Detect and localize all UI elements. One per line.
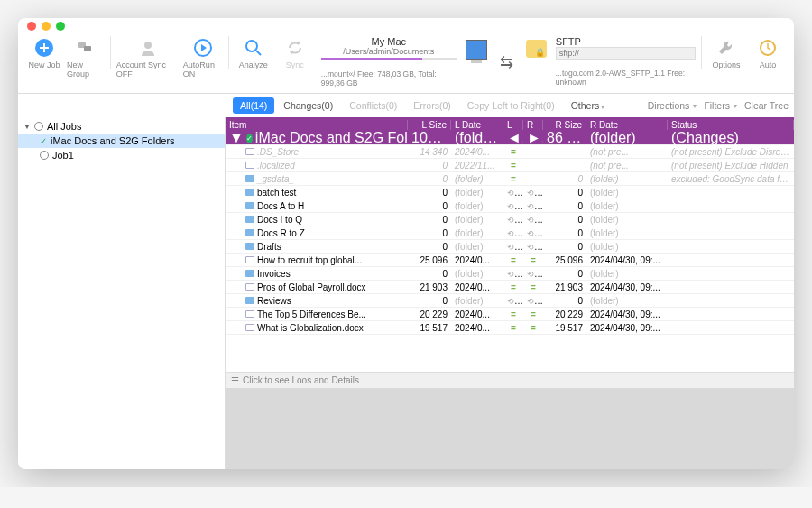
row-ldate: (folder) xyxy=(451,201,503,211)
row-l-state: = xyxy=(503,174,523,184)
zoom-icon[interactable] xyxy=(56,22,65,31)
grid-row[interactable]: .DS_Store 14 340 2024/0... = (not pre...… xyxy=(226,145,794,159)
directions-menu[interactable]: Directions xyxy=(648,100,697,111)
grid-row[interactable]: The Top 5 Differences Be... 20 229 2024/… xyxy=(226,308,794,321)
new-group-button[interactable]: New Group xyxy=(67,36,105,79)
row-name: Pros of Global Payroll.docx xyxy=(257,282,366,292)
row-status: (not present) Exclude Disregarded xyxy=(668,147,794,157)
parent-status: (Changes) xyxy=(668,130,794,146)
minimize-icon[interactable] xyxy=(42,22,51,31)
row-rdate: 2024/04/30, 09:... xyxy=(586,323,668,333)
grid-row[interactable]: Docs A to H 0 (folder) ⟲○⟳ ⟲○⟳ 0 (folder… xyxy=(226,199,794,213)
row-rdate: (folder) xyxy=(586,242,668,252)
grid-row[interactable]: What is Globalization.docx 19 517 2024/0… xyxy=(226,321,794,335)
new-job-button[interactable]: New Job xyxy=(25,36,63,69)
row-ldate: 2024/0... xyxy=(451,309,503,319)
row-ldate: (folder) xyxy=(451,269,503,279)
grid-parent-row[interactable]: ▼ ✓ iMac Docs and S2G Folders 101 085 (f… xyxy=(226,132,794,145)
status-icon xyxy=(34,122,43,131)
folder-icon xyxy=(245,297,254,304)
analyze-label: Analyze xyxy=(239,60,268,69)
col-rdate[interactable]: R Date xyxy=(586,120,668,130)
grid-body[interactable]: .DS_Store 14 340 2024/0... = (not pre...… xyxy=(226,145,794,372)
sidebar-job-item[interactable]: ✓iMac Docs and S2G Folders xyxy=(18,134,225,148)
document-icon xyxy=(245,324,254,331)
sync-button[interactable]: Sync xyxy=(276,36,314,69)
clear-tree-button[interactable]: Clear Tree xyxy=(744,100,789,111)
filter-errors[interactable]: Errors(0) xyxy=(406,97,457,114)
row-l-state: = xyxy=(503,255,523,265)
autorun-button[interactable]: AutoRun ON xyxy=(183,36,223,79)
col-r[interactable]: R xyxy=(523,120,543,130)
folder-icon xyxy=(245,189,254,196)
filter-others[interactable]: Others xyxy=(564,97,613,114)
grid-row[interactable]: Reviews 0 (folder) ⟲○⟳ ⟲○⟳ 0 (folder) xyxy=(226,294,794,308)
analyze-button[interactable]: Analyze xyxy=(235,36,272,69)
row-rsize: 20 229 xyxy=(543,309,586,319)
row-name: Docs I to Q xyxy=(257,215,302,225)
row-lsize: 0 xyxy=(408,269,451,279)
right-location[interactable]: SFTP sftp:// ...togo.com 2.0-AWS_SFTP_1.… xyxy=(556,36,696,87)
grid-row[interactable]: Drafts 0 (folder) ⟲○⟳ ⟲○⟳ 0 (folder) xyxy=(226,240,794,254)
row-ldate: 2024/0... xyxy=(451,147,503,157)
filter-copy-lr[interactable]: Copy Left to Right(0) xyxy=(460,97,562,114)
col-l[interactable]: L xyxy=(503,120,523,130)
right-arrow-icon[interactable]: ► xyxy=(523,130,543,146)
job-label: iMac Docs and S2G Folders xyxy=(51,135,175,146)
status-icon xyxy=(40,151,49,160)
folder-icon xyxy=(245,216,254,223)
filter-bar: All(14) Changes(0) Conflicts(0) Errors(0… xyxy=(227,94,794,117)
row-status: excluded: GoodSync data folder xyxy=(668,174,794,184)
row-lsize: 25 096 xyxy=(408,255,451,265)
row-name: Docs R to Z xyxy=(257,228,305,238)
row-ldate: (folder) xyxy=(451,188,503,198)
grid-row[interactable]: Pros of Global Payroll.docx 21 903 2024/… xyxy=(226,281,794,294)
disclosure-icon[interactable]: ▼ xyxy=(229,130,244,146)
left-location[interactable]: My Mac /Users/admin/Documents ...mount«/… xyxy=(321,36,457,88)
disclosure-icon[interactable]: ▼ xyxy=(23,123,31,131)
left-location-title: My Mac xyxy=(321,36,457,47)
filters-menu[interactable]: Filters xyxy=(704,100,737,111)
row-name: Reviews xyxy=(257,296,291,306)
filter-all[interactable]: All(14) xyxy=(233,97,274,114)
col-item[interactable]: Item xyxy=(226,120,408,130)
options-label: Options xyxy=(712,60,740,69)
row-r-state: ⟲○⟳ xyxy=(523,228,543,238)
row-r-state: = xyxy=(523,309,543,319)
sidebar-job-item[interactable]: Job1 xyxy=(18,148,225,162)
row-r-state: = xyxy=(523,255,543,265)
account-sync-button[interactable]: Account Sync OFF xyxy=(116,36,180,79)
grid-row[interactable]: Docs I to Q 0 (folder) ⟲○⟳ ⟲○⟳ 0 (folder… xyxy=(226,213,794,226)
left-location-path: /Users/admin/Documents xyxy=(321,47,457,56)
filter-changes[interactable]: Changes(0) xyxy=(276,97,340,114)
grid-row[interactable]: Invoices 0 (folder) ⟲○⟳ ⟲○⟳ 0 (folder) xyxy=(226,267,794,281)
log-hint[interactable]: ☰ Click to see Loos and Details xyxy=(226,372,794,388)
left-usage-bar xyxy=(321,58,457,60)
grid-row[interactable]: _gsdata_ 0 (folder) = 0 (folder) exclude… xyxy=(226,172,794,186)
grid-row[interactable]: Docs R to Z 0 (folder) ⟲○⟳ ⟲○⟳ 0 (folder… xyxy=(226,226,794,240)
swap-icon[interactable]: ⇆ xyxy=(496,52,517,72)
folder-icon xyxy=(245,175,254,182)
separator xyxy=(228,36,229,69)
col-ldate[interactable]: L Date xyxy=(451,120,503,130)
row-ldate: (folder) xyxy=(451,242,503,252)
grid-row[interactable]: How to recruit top global... 25 096 2024… xyxy=(226,254,794,267)
col-lsize[interactable]: L Size xyxy=(408,120,451,130)
close-icon[interactable] xyxy=(27,22,36,31)
grid-row[interactable]: batch test 0 (folder) ⟲○⟳ ⟲○⟳ 0 (folder) xyxy=(226,186,794,199)
row-ldate: (folder) xyxy=(451,296,503,306)
grid-row[interactable]: .localized 0 2022/11... = (not pre... (n… xyxy=(226,159,794,172)
options-button[interactable]: Options xyxy=(707,36,745,69)
auto-button[interactable]: Auto xyxy=(749,36,787,69)
row-rsize: 0 xyxy=(543,174,586,184)
all-jobs-node[interactable]: ▼ All Jobs xyxy=(18,119,225,134)
left-arrow-icon[interactable]: ◄ xyxy=(503,130,523,146)
filter-conflicts[interactable]: Conflicts(0) xyxy=(342,97,404,114)
new-job-label: New Job xyxy=(28,60,60,69)
row-r-state: = xyxy=(523,282,543,292)
row-rsize: 25 096 xyxy=(543,255,586,265)
log-hint-label: Click to see Loos and Details xyxy=(243,375,359,385)
col-rsize[interactable]: R Size xyxy=(543,120,586,130)
right-location-path[interactable]: sftp:// xyxy=(556,47,696,60)
col-status[interactable]: Status xyxy=(668,120,794,130)
